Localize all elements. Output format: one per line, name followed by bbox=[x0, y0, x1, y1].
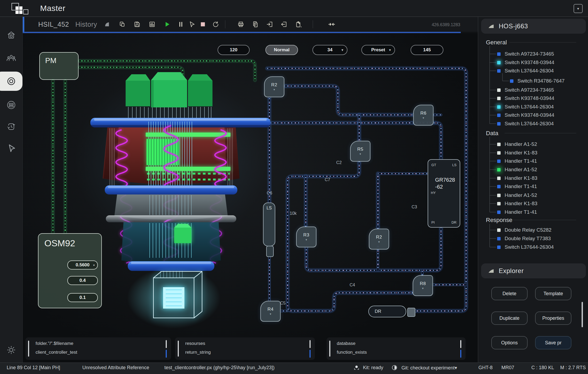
print-icon[interactable] bbox=[237, 21, 244, 28]
node-ls-stub bbox=[266, 246, 274, 257]
io-line-2: return_string bbox=[185, 350, 211, 355]
node-dr[interactable]: DR bbox=[368, 306, 406, 317]
tree-item[interactable]: Double Relay T7383 bbox=[497, 235, 551, 242]
tree-item[interactable]: Switch K93748-03944 bbox=[497, 112, 554, 118]
sidebar-item-cursor[interactable] bbox=[6, 143, 17, 154]
node-r2-mid[interactable]: R2 bbox=[369, 229, 389, 250]
tree-item[interactable]: Switch K93748-03944 bbox=[497, 95, 554, 102]
chip-pin-gt: GT bbox=[431, 163, 436, 167]
tree-item[interactable]: Handler A1-52 bbox=[497, 166, 537, 173]
tree-item[interactable]: Switch K93748-03944 bbox=[497, 59, 554, 66]
node-label: LS bbox=[266, 206, 272, 246]
node-ls[interactable]: LS bbox=[263, 202, 275, 246]
mode-toggle[interactable]: Normal bbox=[265, 45, 298, 55]
import-icon[interactable] bbox=[281, 21, 288, 28]
value-field-left[interactable]: 120 bbox=[218, 45, 250, 55]
git-status[interactable]: Git: checkout experiment▾ bbox=[401, 365, 457, 371]
play-icon[interactable] bbox=[164, 21, 171, 28]
app-title: Master bbox=[40, 4, 65, 13]
tree-item[interactable]: Switch L37644-26304 bbox=[497, 244, 554, 250]
node-label: R2 bbox=[376, 235, 382, 240]
options-button[interactable]: Options bbox=[491, 336, 528, 349]
node-r2-top[interactable]: R2 bbox=[264, 76, 284, 97]
sidebar-item-history[interactable] bbox=[6, 121, 17, 132]
pm-module[interactable]: PM bbox=[39, 52, 79, 80]
sidebar-item-home[interactable] bbox=[6, 30, 17, 40]
export-icon[interactable] bbox=[266, 21, 273, 28]
explorer-title: Explorer bbox=[499, 267, 524, 275]
wire-label-c7: C7 bbox=[325, 177, 330, 182]
tab-history[interactable]: History bbox=[75, 21, 97, 28]
tree-item[interactable]: Handler K1-83 bbox=[497, 200, 537, 207]
node-r3[interactable]: R3 bbox=[296, 227, 316, 247]
duplicate-doc-icon[interactable] bbox=[252, 21, 259, 28]
window-menu-button[interactable] bbox=[574, 4, 583, 13]
collapse-icon[interactable] bbox=[328, 21, 335, 28]
io-indicator-blue bbox=[166, 350, 167, 358]
osm-value-field-3[interactable]: 0.1 bbox=[67, 293, 98, 302]
sidebar-item-settings[interactable] bbox=[6, 345, 17, 355]
wedge-icon bbox=[488, 268, 494, 273]
node-r4[interactable]: R4 bbox=[260, 301, 281, 322]
file-info[interactable]: test_clientcontroller.px (ghy/hp-25\hay … bbox=[164, 365, 274, 371]
tree-item-label: Handler A1-52 bbox=[505, 141, 537, 147]
io-panel-resources[interactable]: resourses return_string bbox=[175, 337, 315, 360]
home-icon bbox=[6, 31, 16, 39]
tree-item[interactable]: Switch L37644-26304 bbox=[497, 68, 554, 74]
section-divider bbox=[505, 133, 576, 133]
chip-pin-pi: PI bbox=[431, 220, 435, 224]
save-icon[interactable] bbox=[134, 21, 141, 28]
stop-icon[interactable] bbox=[199, 21, 206, 28]
template-button[interactable]: Template bbox=[535, 287, 571, 300]
tree-item-child[interactable]: Switch R34786-7647 bbox=[510, 78, 564, 84]
sidebar-item-layers[interactable] bbox=[6, 100, 17, 110]
tree-item[interactable]: Handler T1-41 bbox=[497, 183, 537, 190]
node-label: R2 bbox=[271, 82, 277, 88]
sidebar-item-record[interactable] bbox=[6, 76, 17, 87]
tree-item[interactable]: Double Relay C5282 bbox=[497, 227, 551, 233]
flag-icon[interactable] bbox=[104, 21, 111, 28]
value-dropdown[interactable]: 34 bbox=[312, 45, 347, 55]
refresh-icon[interactable] bbox=[212, 21, 219, 28]
tree-item[interactable]: Switch A97234-73465 bbox=[497, 51, 554, 57]
tree-item[interactable]: Switch A97234-73465 bbox=[497, 87, 554, 93]
io-panel-filename[interactable]: folder."/".$filename client_controller_t… bbox=[25, 337, 171, 360]
copy-icon[interactable] bbox=[119, 21, 126, 28]
preset-dropdown[interactable]: Preset bbox=[361, 45, 395, 55]
node-r8[interactable]: R8 bbox=[413, 275, 433, 296]
pm-module-label: PM bbox=[45, 56, 56, 65]
tree-item-label: Switch R34786-7647 bbox=[517, 78, 564, 84]
explorer-header[interactable]: Explorer bbox=[481, 263, 586, 278]
panel-scrollbar[interactable] bbox=[582, 302, 583, 327]
tree-item[interactable]: Handler K1-83 bbox=[497, 150, 537, 156]
tree-item[interactable]: Handler A1-52 bbox=[497, 141, 537, 147]
histogram-icon[interactable] bbox=[149, 21, 156, 28]
tree-item[interactable]: Handler T1-41 bbox=[497, 209, 537, 215]
node-r5[interactable]: R5 bbox=[350, 141, 370, 162]
duplicate-button[interactable]: Duplicate bbox=[491, 311, 528, 325]
tab-hsil452[interactable]: HSIL_452 bbox=[38, 21, 69, 28]
status-square bbox=[497, 114, 501, 117]
record-icon bbox=[6, 76, 16, 86]
node-r6[interactable]: R6 bbox=[413, 105, 434, 126]
value-field-right[interactable]: 145 bbox=[411, 45, 443, 55]
osm-value-field-2[interactable]: 0.4 bbox=[67, 276, 98, 285]
io-panel-database[interactable]: database function_exists bbox=[327, 337, 466, 360]
status-message[interactable]: Unresolved Attribute Reference bbox=[82, 365, 149, 371]
properties-button[interactable]: Properties bbox=[535, 311, 571, 325]
tree-item[interactable]: Switch L37644-26304 bbox=[497, 104, 554, 110]
clipboard-icon[interactable] bbox=[295, 21, 302, 28]
kit-status[interactable]: Kit: ready bbox=[363, 365, 383, 371]
pause-icon[interactable] bbox=[177, 21, 184, 28]
save-pr-button[interactable]: Save pr bbox=[535, 336, 571, 349]
tree-item[interactable]: Handler T1-41 bbox=[497, 158, 537, 164]
sidebar-item-users[interactable] bbox=[6, 53, 17, 63]
cursor-icon[interactable] bbox=[188, 21, 195, 28]
delete-button[interactable]: Delete bbox=[491, 287, 528, 300]
tree-item[interactable]: Handler A1-52 bbox=[497, 192, 537, 198]
tree-item-label: Handler K1-83 bbox=[505, 201, 537, 207]
osm-value-dropdown[interactable]: 0.5600 bbox=[67, 260, 98, 270]
tree-item[interactable]: Handler K1-83 bbox=[497, 175, 537, 181]
chip-gr7628[interactable]: GT LS GR7628 -62 HY PI DR bbox=[428, 159, 460, 228]
tree-item[interactable]: Switch L37644-26304 bbox=[497, 120, 554, 127]
